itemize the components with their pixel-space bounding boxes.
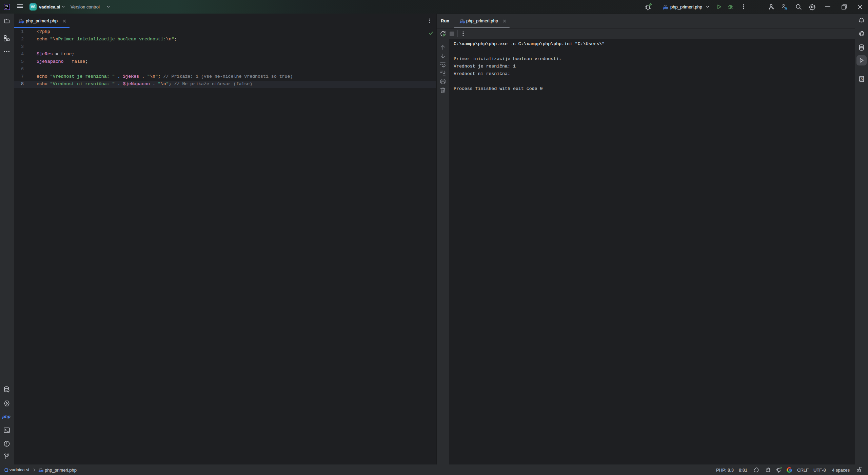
svg-text:A: A	[785, 6, 788, 11]
svg-text:php: php	[18, 20, 24, 23]
svg-text:php: php	[663, 6, 668, 10]
svg-text:A: A	[861, 77, 863, 80]
svg-text:php: php	[459, 20, 465, 23]
svg-text:php: php	[38, 469, 43, 472]
